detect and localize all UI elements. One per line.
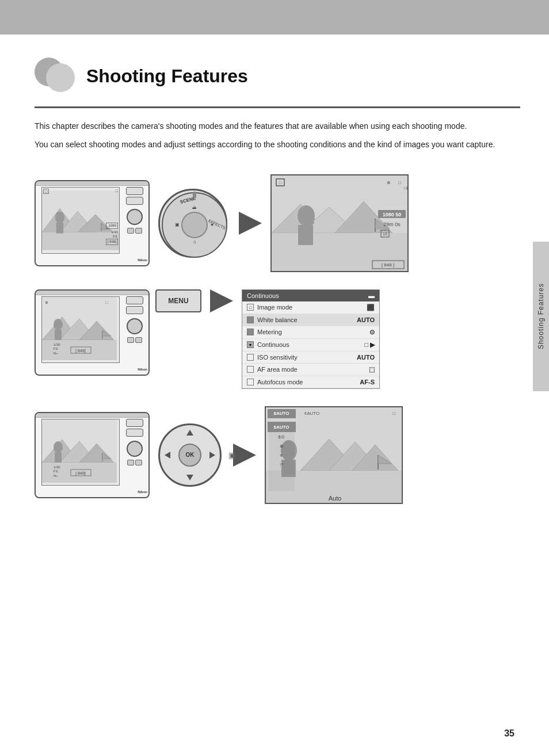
- svg-point-67: [54, 441, 63, 453]
- menu-value-metering: ⊙: [369, 329, 375, 336]
- flash-screen-svg: $AUTO $⊙ ⊗ ¢ ↑* $AUTO ¢AUTO □ Auto: [266, 407, 403, 504]
- cam-btn-2: [126, 197, 143, 205]
- menu-icon-3: [247, 329, 254, 335]
- ok-button[interactable]: OK: [178, 444, 201, 467]
- top-bar: [0, 0, 549, 35]
- dial-outer-1: SCENE EFFECTS ✦ ▣ ⛰ ★ ♫: [158, 189, 227, 258]
- menu-row-image-mode[interactable]: □ Image mode ⬛: [242, 301, 379, 314]
- menu-row-continuous[interactable]: ▼ Continuous □ ▶: [242, 339, 379, 352]
- camera-screen-svg-3: 1/30 F3. N+ [ 848]: [42, 419, 117, 483]
- menu-icon-1: □: [247, 304, 254, 311]
- menu-label-iso: ISO sensitivity: [257, 354, 298, 361]
- intro-paragraph-1: This chapter describes the camera's shoo…: [35, 120, 520, 132]
- menu-row-white-balance[interactable]: White balance AUTO: [242, 314, 379, 326]
- menu-button-label: MENU: [168, 297, 188, 305]
- camera-screen-svg-2: ⊗ □ 1/30 F3. N+ [ 848]: [42, 297, 117, 360]
- menu-row-left-7: Autofocus mode: [247, 379, 303, 385]
- svg-text:$AUTO: $AUTO: [274, 411, 289, 416]
- menu-row-metering[interactable]: Metering ⊙: [242, 326, 379, 339]
- intro-paragraph-2: You can select shooting modes and adjust…: [35, 138, 520, 151]
- nikon-logo-2: Nikon: [138, 368, 147, 371]
- playback-icon: ▣: [228, 450, 236, 460]
- cam-btn-round-3: [127, 441, 143, 457]
- menu-value-image-mode: ⬛: [367, 304, 375, 311]
- menu-icon-7: [247, 379, 254, 385]
- menu-value-white-balance: AUTO: [357, 316, 375, 323]
- cam-top-bar-2: [36, 291, 148, 295]
- svg-rect-30: [298, 225, 313, 245]
- page-title: Shooting Features: [86, 66, 248, 87]
- arrow-2: [207, 289, 236, 312]
- menu-button[interactable]: MENU: [155, 289, 201, 312]
- svg-text:N+: N+: [54, 474, 58, 478]
- camera-screen-1: □ □ 1080 1/30 F3. [ 848]: [41, 187, 120, 254]
- menu-row-left-1: □ Image mode: [247, 304, 292, 311]
- camera-illustration-2: ⊗ □ 1/30 F3. N+ [ 848] Nikon: [35, 289, 150, 376]
- svg-rect-8: [56, 223, 63, 234]
- chapter-icon: [35, 58, 75, 95]
- menu-label-continuous: Continuous: [257, 341, 289, 348]
- camera-buttons-1: [124, 187, 146, 259]
- svg-text:29m 0s: 29m 0s: [383, 222, 401, 227]
- camera-illustration-1: □ □ 1080 1/30 F3. [ 848] Nikon: [35, 180, 150, 266]
- svg-point-51: [54, 319, 63, 330]
- cam-btn-5: [126, 419, 143, 427]
- svg-text:16: 16: [383, 232, 387, 236]
- down-arrow-icon: [186, 475, 193, 480]
- svg-text:$⊙: $⊙: [278, 434, 284, 440]
- menu-value-continuous: □ ▶: [364, 341, 375, 349]
- menu-label-metering: Metering: [257, 329, 282, 335]
- up-arrow-icon: [186, 430, 193, 436]
- title-section: Shooting Features: [35, 58, 520, 95]
- page-number: 35: [504, 728, 514, 739]
- menu-label-af-area: AF area mode: [257, 366, 298, 373]
- camera-screen-3: 1/30 F3. N+ [ 848]: [41, 419, 120, 486]
- cam-btn-6: [126, 429, 143, 437]
- menu-value-autofocus: AF-S: [360, 379, 375, 385]
- main-content: Shooting Features This chapter describes…: [0, 35, 549, 544]
- svg-text:↑①: ↑①: [403, 186, 409, 191]
- menu-header-icon: ▬: [368, 292, 375, 299]
- section-1: □ □ 1080 1/30 F3. [ 848] Nikon: [35, 174, 520, 272]
- menu-header: Continuous ▬: [242, 290, 379, 301]
- svg-text:□: □: [392, 411, 395, 416]
- video-screen-svg: □ ⊗ □ ↑① 1080 50 29m 0s 16 [ 848 ]: [272, 175, 409, 272]
- menu-row-left-2: White balance: [247, 316, 298, 323]
- svg-text:♫: ♫: [193, 239, 196, 245]
- menu-value-iso: AUTO: [357, 354, 375, 361]
- menu-screen: Continuous ▬ □ Image mode ⬛ White balanc…: [242, 289, 380, 389]
- menu-label-autofocus: Autofocus mode: [257, 379, 303, 385]
- svg-text:⛰: ⛰: [192, 205, 197, 210]
- svg-text:1080 50: 1080 50: [383, 212, 402, 217]
- svg-text:↑*: ↑*: [279, 462, 283, 467]
- sidebar-tab: Shooting Features: [533, 242, 549, 391]
- camera-buttons-2: [124, 296, 146, 369]
- camera-illustration-3: 1/30 F3. N+ [ 848] Nikon: [35, 412, 150, 498]
- nikon-logo-1: Nikon: [138, 258, 147, 262]
- left-arrow-icon: [165, 452, 170, 459]
- menu-row-left-6: AF area mode: [247, 366, 298, 373]
- menu-row-iso[interactable]: ISO sensitivity AUTO: [242, 352, 379, 364]
- menu-row-af-area[interactable]: AF area mode ⬚: [242, 364, 379, 376]
- menu-icon-5: [247, 354, 254, 361]
- svg-point-13: [182, 212, 207, 238]
- video-screen: □ ⊗ □ ↑① 1080 50 29m 0s 16 [ 848 ]: [270, 174, 409, 272]
- svg-text:[ 848]: [ 848]: [75, 471, 86, 476]
- menu-label-white-balance: White balance: [257, 316, 298, 323]
- menu-row-autofocus[interactable]: Autofocus mode AF-S: [242, 376, 379, 388]
- svg-point-7: [55, 211, 64, 223]
- section-2: ⊗ □ 1/30 F3. N+ [ 848] Nikon: [35, 289, 520, 389]
- svg-text:N+: N+: [54, 352, 58, 355]
- icon-circle-light: [46, 63, 75, 92]
- svg-text:★: ★: [210, 222, 214, 227]
- menu-row-left-4: ▼ Continuous: [247, 341, 289, 348]
- menu-row-left-3: Metering: [247, 329, 282, 335]
- arrow-1: [236, 212, 265, 235]
- cam-btn-4: [126, 306, 143, 314]
- svg-text:[ 848]: [ 848]: [75, 349, 86, 353]
- cam-top-bar-3: [36, 413, 148, 418]
- svg-rect-68: [55, 452, 62, 463]
- section-divider: [35, 106, 520, 108]
- svg-text:⊗: ⊗: [280, 444, 284, 449]
- svg-text:⊗: ⊗: [45, 300, 48, 304]
